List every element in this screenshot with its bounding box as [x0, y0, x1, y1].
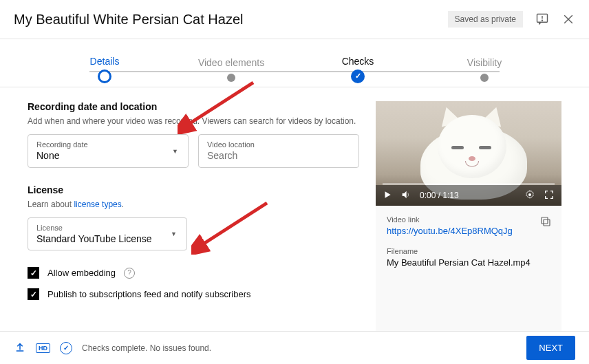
svg-rect-6: [544, 220, 550, 226]
feedback-icon[interactable]: [535, 12, 549, 26]
svg-point-2: [542, 20, 543, 21]
step-label: Checks: [294, 56, 421, 67]
stepper: Details Video elements Checks Visibility: [0, 39, 589, 87]
dialog-footer: HD Checks complete. No issues found. NEX…: [0, 331, 589, 364]
video-link[interactable]: https://youtu.be/4XEp8RMQqJg: [387, 226, 550, 236]
license-section-title: License: [28, 184, 359, 195]
svg-rect-7: [542, 217, 548, 224]
video-meta: Video link https://youtu.be/4XEp8RMQqJg …: [376, 206, 561, 277]
step-dot-icon: [227, 74, 235, 82]
field-label: Video location: [207, 140, 350, 149]
copy-link-icon[interactable]: [539, 215, 552, 231]
allow-embedding-row: Allow embedding ?: [28, 267, 359, 279]
recording-date-field[interactable]: Recording date None: [28, 134, 189, 168]
field-value: Standard YouTube License: [36, 233, 178, 244]
video-thumbnail[interactable]: 0:00 / 1:13: [376, 101, 561, 206]
license-types-link[interactable]: license types: [74, 200, 121, 209]
filename-value: My Beautiful Persian Cat Hazel.mp4: [387, 257, 550, 268]
step-label: Visibility: [421, 57, 548, 68]
allow-embedding-checkbox[interactable]: [28, 267, 39, 279]
recording-fields-row: Recording date None Video location: [28, 134, 359, 168]
checks-status-text: Checks complete. No issues found.: [82, 343, 211, 353]
video-link-label: Video link: [387, 215, 550, 224]
publish-feed-label: Publish to subscriptions feed and notify…: [47, 289, 251, 299]
recording-section-desc: Add when and where your video was record…: [28, 116, 359, 126]
video-location-field[interactable]: Video location: [198, 134, 359, 168]
close-icon[interactable]: [561, 12, 575, 26]
step-visibility[interactable]: Visibility: [421, 57, 548, 82]
header-actions: Saved as private: [448, 11, 575, 28]
form-column: Recording date and location Add when and…: [28, 101, 359, 342]
video-controls: 0:00 / 1:13: [376, 185, 561, 206]
next-button[interactable]: NEXT: [526, 336, 575, 360]
step-video-elements[interactable]: Video elements: [168, 57, 294, 82]
video-title: My Beautiful White Persian Cat Hazel: [14, 12, 243, 28]
license-select-field[interactable]: License Standard YouTube License: [28, 217, 187, 250]
publish-feed-row: Publish to subscriptions feed and notify…: [28, 288, 359, 300]
filename-label: Filename: [387, 247, 550, 255]
license-learn-prefix: Learn about: [28, 200, 74, 209]
video-time: 0:00 / 1:13: [420, 191, 459, 200]
license-section-desc: Learn about license types.: [28, 200, 359, 209]
step-label: Video elements: [168, 57, 294, 68]
step-details[interactable]: Details: [41, 56, 168, 83]
help-icon[interactable]: ?: [124, 268, 135, 279]
check-complete-icon: [60, 342, 72, 354]
step-dot-icon: [98, 69, 111, 83]
fullscreen-icon[interactable]: [544, 189, 555, 202]
field-label: Recording date: [36, 140, 180, 149]
step-check-icon: [351, 69, 365, 83]
dialog-header: My Beautiful White Persian Cat Hazel Sav…: [0, 0, 589, 39]
play-icon[interactable]: [383, 190, 392, 202]
step-dot-icon: [480, 74, 489, 82]
field-value: None: [36, 150, 180, 161]
stepper-line: [89, 71, 500, 72]
upload-icon[interactable]: [14, 341, 26, 356]
location-search-input[interactable]: [207, 150, 350, 161]
volume-icon[interactable]: [400, 189, 411, 202]
preview-panel: 0:00 / 1:13 Video link https://youtu.be/…: [376, 101, 561, 342]
recording-section-title: Recording date and location: [28, 101, 359, 112]
content-area: Recording date and location Add when and…: [0, 87, 589, 356]
step-checks[interactable]: Checks: [294, 56, 421, 83]
hd-icon: HD: [36, 343, 50, 353]
saved-status-badge: Saved as private: [448, 11, 523, 28]
field-label: License: [36, 224, 178, 232]
settings-icon[interactable]: [524, 189, 535, 202]
allow-embedding-label: Allow embedding: [47, 268, 116, 278]
license-learn-suffix: .: [122, 200, 124, 209]
publish-feed-checkbox[interactable]: [28, 288, 39, 300]
svg-point-5: [528, 193, 531, 196]
step-label: Details: [41, 56, 168, 67]
